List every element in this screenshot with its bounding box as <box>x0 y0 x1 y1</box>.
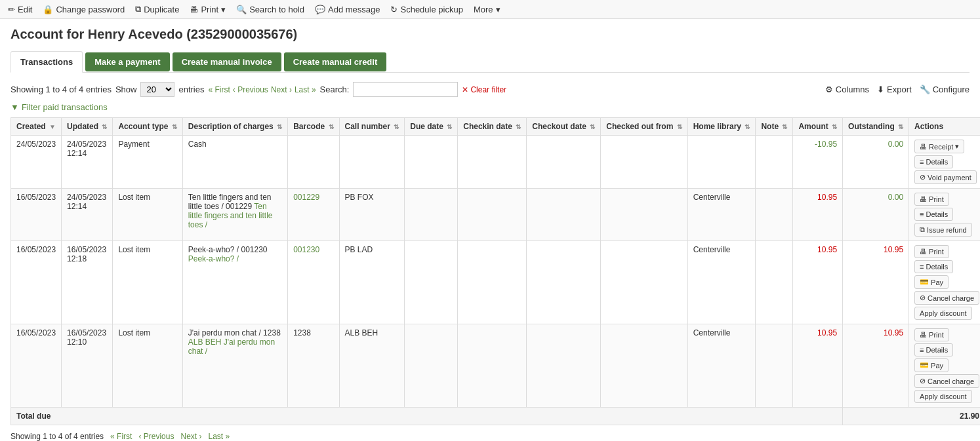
table-row: 24/05/202324/05/2023 12:14PaymentCash-10… <box>11 136 981 189</box>
cancel-charge-btn[interactable]: ⊘Cancel charge <box>914 374 979 388</box>
cell-call-number: ALB BEH <box>339 324 405 408</box>
receipt-btn[interactable]: 🖶Receipt▾ <box>914 140 964 153</box>
next-link[interactable]: Next › <box>271 85 292 94</box>
bottom-previous-link[interactable]: ‹ Previous <box>138 432 174 441</box>
col-due-date[interactable]: Due date ⇅ <box>405 118 458 136</box>
action-icon: ⊘ <box>920 377 926 385</box>
cell-created: 16/05/2023 <box>11 324 62 408</box>
edit-link[interactable]: ✏ Edit <box>8 5 32 14</box>
cell-account-type: Lost item <box>113 189 182 241</box>
sort-note-icon: ⇅ <box>782 123 787 130</box>
col-home-library[interactable]: Home library ⇅ <box>687 118 756 136</box>
export-link[interactable]: ⬇ Export <box>877 85 912 94</box>
col-checkin-date[interactable]: Checkin date ⇅ <box>458 118 527 136</box>
print-icon: 🖶 <box>190 5 198 14</box>
apply-discount-btn[interactable]: Apply discount <box>914 390 972 403</box>
description-link[interactable]: Peek-a-who? / <box>188 254 239 263</box>
page-content: Account for Henry Acevedo (2352900003567… <box>0 19 980 441</box>
clear-filter-link[interactable]: ✕ Clear filter <box>462 85 506 94</box>
description-link[interactable]: Ten little fingers and ten little toes / <box>188 202 273 229</box>
cell-due-date <box>405 136 458 189</box>
bottom-last-link[interactable]: Last » <box>208 432 230 441</box>
col-call-number[interactable]: Call number ⇅ <box>339 118 405 136</box>
search-icon: 🔍 <box>236 5 247 14</box>
col-created[interactable]: Created ▼ <box>11 118 62 136</box>
description-link[interactable]: ALB BEH J'ai perdu mon chat / <box>188 337 275 356</box>
col-checked-out-from[interactable]: Checked out from ⇅ <box>601 118 687 136</box>
bottom-next-link[interactable]: Next › <box>180 432 201 441</box>
details-btn[interactable]: ≡Details <box>914 155 953 168</box>
total-row: Total due 21.90 <box>11 408 981 425</box>
details-btn[interactable]: ≡Details <box>914 260 953 273</box>
apply-discount-btn[interactable]: Apply discount <box>914 307 972 320</box>
more-link[interactable]: More ▾ <box>474 5 500 14</box>
header-row: Created ▼ Updated ⇅ Account type ⇅ Descr… <box>11 118 981 136</box>
void-payment-btn[interactable]: ⊘Void payment <box>914 170 977 184</box>
configure-link[interactable]: 🔧 Configure <box>920 85 970 94</box>
duplicate-link[interactable]: ⧉ Duplicate <box>135 4 179 14</box>
col-updated[interactable]: Updated ⇅ <box>62 118 113 136</box>
issue-refund-btn[interactable]: ⧉Issue refund <box>914 223 972 237</box>
cell-barcode: 001229 <box>288 189 339 241</box>
schedule-pickup-link[interactable]: ↻ Schedule pickup <box>390 5 462 14</box>
change-password-link[interactable]: 🔒 Change password <box>43 5 125 14</box>
table-header: Created ▼ Updated ⇅ Account type ⇅ Descr… <box>11 118 981 136</box>
col-description[interactable]: Description of charges ⇅ <box>182 118 287 136</box>
toolbar: ✏ Edit 🔒 Change password ⧉ Duplicate 🖶 P… <box>0 0 980 19</box>
search-to-hold-link[interactable]: 🔍 Search to hold <box>236 5 304 14</box>
cell-call-number: PB FOX <box>339 189 405 241</box>
col-account-type[interactable]: Account type ⇅ <box>113 118 182 136</box>
cancel-charge-btn[interactable]: ⊘Cancel charge <box>914 291 979 305</box>
lock-icon: 🔒 <box>43 5 53 14</box>
sort-amount-icon: ⇅ <box>832 123 837 130</box>
show-entries-select[interactable]: 20 10 50 100 <box>140 82 174 97</box>
cell-description: Peek-a-who? / 001230 Peek-a-who? / <box>182 241 287 324</box>
cell-checked-out-from <box>601 324 687 408</box>
print-btn[interactable]: 🖶Print <box>914 245 949 258</box>
search-input[interactable] <box>353 82 458 97</box>
create-credit-button[interactable]: Create manual credit <box>284 52 387 71</box>
col-outstanding[interactable]: Outstanding ⇅ <box>843 118 909 136</box>
create-invoice-button[interactable]: Create manual invoice <box>173 52 281 71</box>
details-btn[interactable]: ≡Details <box>914 208 953 221</box>
col-barcode[interactable]: Barcode ⇅ <box>288 118 339 136</box>
total-label: Total due <box>11 408 843 425</box>
col-checkout-date[interactable]: Checkout date ⇅ <box>527 118 601 136</box>
previous-link[interactable]: ‹ Previous <box>233 85 268 94</box>
cell-amount: 10.95 <box>793 189 843 241</box>
tab-transactions[interactable]: Transactions <box>10 51 83 73</box>
pay-btn[interactable]: 💳Pay <box>914 275 949 289</box>
make-payment-button[interactable]: Make a payment <box>85 52 169 71</box>
action-icon: ≡ <box>920 263 924 271</box>
col-amount[interactable]: Amount ⇅ <box>793 118 843 136</box>
barcode-link[interactable]: 001229 <box>293 193 319 202</box>
filter-paid-link[interactable]: ▼ Filter paid transactions <box>10 102 970 112</box>
cell-barcode <box>288 136 339 189</box>
print-btn[interactable]: 🖶Print <box>914 328 949 341</box>
details-btn[interactable]: ≡Details <box>914 343 953 356</box>
pay-btn[interactable]: 💳Pay <box>914 358 949 372</box>
bottom-first-link[interactable]: « First <box>110 432 132 441</box>
action-buttons: 🖶Print≡Details💳Pay⊘Cancel chargeApply di… <box>914 245 979 320</box>
cell-outstanding: 0.00 <box>843 189 909 241</box>
cell-checkout-date <box>527 136 601 189</box>
cell-account-type: Lost item <box>113 324 182 408</box>
message-icon: 💬 <box>315 5 325 14</box>
action-buttons: 🖶Print≡Details⧉Issue refund <box>914 193 979 237</box>
cell-updated: 16/05/2023 12:10 <box>62 324 113 408</box>
table-controls-left: Showing 1 to 4 of 4 entries Show 20 10 5… <box>10 82 506 97</box>
cell-updated: 24/05/2023 12:14 <box>62 189 113 241</box>
pagination-top: « First ‹ Previous Next › Last » <box>209 85 316 94</box>
last-link[interactable]: Last » <box>295 85 316 94</box>
edit-icon: ✏ <box>8 5 15 14</box>
col-note[interactable]: Note ⇅ <box>756 118 793 136</box>
columns-link[interactable]: ⚙ Columns <box>825 85 869 94</box>
print-btn[interactable]: 🖶Print <box>914 193 949 206</box>
cell-checkin-date <box>458 241 527 324</box>
print-link[interactable]: 🖶 Print ▾ <box>190 5 226 14</box>
add-message-link[interactable]: 💬 Add message <box>315 5 380 14</box>
action-buttons: 🖶Print≡Details💳Pay⊘Cancel chargeApply di… <box>914 328 979 403</box>
barcode-link[interactable]: 001230 <box>293 245 319 254</box>
first-link[interactable]: « First <box>209 85 230 94</box>
cell-amount: 10.95 <box>793 324 843 408</box>
